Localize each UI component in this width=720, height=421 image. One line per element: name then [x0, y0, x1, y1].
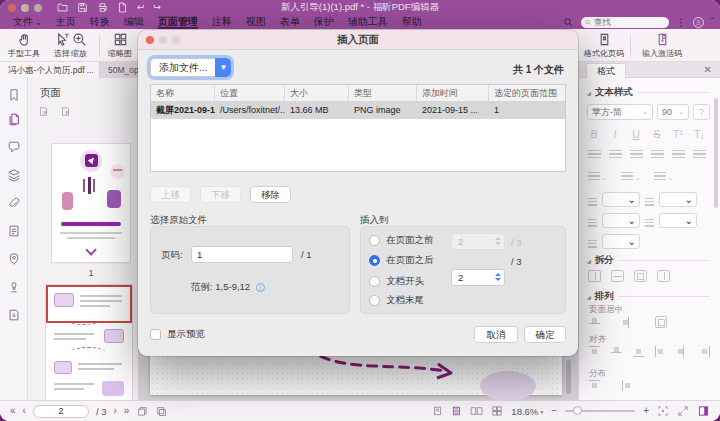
center-horizontally-icon[interactable]: [622, 317, 633, 328]
save-icon[interactable]: [77, 2, 88, 13]
menu-page-management[interactable]: 页面管理: [151, 15, 205, 29]
option-before-page[interactable]: 在页面之前: [369, 234, 434, 247]
fields-icon[interactable]: [7, 224, 21, 238]
next-page-button[interactable]: ›: [113, 406, 116, 416]
split-horizontal-icon[interactable]: [611, 270, 624, 282]
bookmarks-icon[interactable]: [7, 88, 21, 102]
info-icon[interactable]: i: [256, 283, 265, 292]
radio-doc-start[interactable]: [369, 276, 380, 287]
activation-code-button[interactable]: 输入激活码: [634, 32, 690, 59]
zoom-window-button[interactable]: [34, 4, 42, 12]
menu-help[interactable]: 帮助: [395, 15, 429, 29]
menu-accessibility[interactable]: 辅助工具: [341, 15, 395, 29]
menu-convert[interactable]: 转换: [83, 15, 117, 29]
menu-form[interactable]: 表单: [273, 15, 307, 29]
subscript-button[interactable]: T₁: [692, 128, 706, 140]
text-direction-button[interactable]: ⌄: [654, 172, 673, 181]
format-page-number-button[interactable]: 格式化页码: [578, 32, 630, 59]
thumbnails-tool-button[interactable]: 缩略图: [102, 32, 138, 59]
underline-button[interactable]: U: [629, 128, 643, 140]
duplicate-cell-icon[interactable]: [634, 270, 647, 282]
zoom-slider[interactable]: [565, 410, 635, 412]
destinations-icon[interactable]: [7, 252, 21, 266]
page-range-input[interactable]: [191, 246, 293, 263]
close-window-button[interactable]: [8, 4, 16, 12]
page-thumbnail-2[interactable]: [46, 285, 132, 400]
print-icon[interactable]: [97, 2, 108, 13]
redo-icon[interactable]: ↪: [154, 3, 162, 12]
undo-icon[interactable]: ↩: [137, 3, 145, 12]
after-page-spinner[interactable]: 2: [451, 269, 505, 286]
column-location[interactable]: 位置: [215, 85, 285, 101]
page-action-icon-1[interactable]: [38, 106, 50, 118]
font-family-select[interactable]: 苹方-简⌄: [587, 104, 653, 120]
fullscreen-icon[interactable]: [677, 405, 689, 417]
strikethrough-button[interactable]: S: [650, 128, 664, 140]
show-preview-checkbox[interactable]: [150, 329, 161, 340]
word-spacing-field[interactable]: ⌄: [659, 213, 697, 228]
merge-cells-icon[interactable]: [657, 270, 670, 282]
search-input[interactable]: [594, 17, 665, 27]
column-name[interactable]: 名称: [151, 85, 215, 101]
page-thumbnail-1[interactable]: [52, 144, 130, 262]
grid-view-icon[interactable]: [491, 405, 503, 417]
zoom-slider-knob[interactable]: [573, 406, 582, 415]
char-spacing-field[interactable]: ⌄: [602, 213, 640, 228]
align-right-objects-icon[interactable]: [699, 346, 710, 357]
option-doc-end[interactable]: 文档末尾: [369, 294, 424, 307]
menu-edit[interactable]: 编辑: [117, 15, 151, 29]
document-tab-1[interactable]: 冯小惠-个人简历.pdf ...: [0, 62, 100, 78]
hand-tool-button[interactable]: 手型工具: [2, 32, 46, 59]
paragraph-spacing-field[interactable]: ⌄: [659, 192, 697, 207]
facing-view-icon[interactable]: [470, 405, 483, 417]
radio-doc-end[interactable]: [369, 295, 380, 306]
superscript-button[interactable]: T¹: [671, 128, 685, 140]
remove-button[interactable]: 移除: [250, 186, 291, 203]
line-spacing-field[interactable]: ⌄: [602, 192, 640, 207]
collapse-ribbon-icon[interactable]: ˆ: [711, 17, 714, 28]
single-page-view-icon[interactable]: [432, 405, 443, 417]
pages-icon[interactable]: [7, 112, 21, 126]
center-vertically-icon[interactable]: [589, 317, 600, 328]
scale-field[interactable]: ⌄: [602, 234, 640, 249]
attachments-icon[interactable]: [7, 196, 21, 210]
distribute-horizontally-icon[interactable]: [622, 380, 633, 391]
font-color-button[interactable]: ?: [693, 104, 710, 120]
column-added-time[interactable]: 添加时间: [417, 85, 489, 101]
zoom-in-button[interactable]: +: [643, 406, 649, 416]
validation-icon[interactable]: [7, 308, 21, 322]
search-field[interactable]: [581, 17, 669, 28]
split-vertical-icon[interactable]: [588, 270, 601, 282]
align-left-icon[interactable]: [588, 150, 601, 160]
menu-file[interactable]: 文件: [6, 15, 49, 29]
previous-page-button[interactable]: ‹: [23, 406, 26, 416]
account-avatar[interactable]: [693, 17, 704, 28]
radio-after-page[interactable]: [369, 255, 380, 266]
document-scrollbar[interactable]: [566, 360, 571, 394]
page-action-icon-2[interactable]: [60, 106, 72, 118]
menu-view[interactable]: 视图: [239, 15, 273, 29]
cancel-button[interactable]: 取消: [474, 326, 518, 343]
arrange-section-header[interactable]: 排列: [587, 290, 710, 303]
show-preview-option[interactable]: 显示预览: [150, 328, 205, 341]
italic-button[interactable]: I: [608, 128, 622, 140]
more-options-icon[interactable]: ⋮: [676, 17, 686, 28]
zoom-out-button[interactable]: −: [551, 406, 557, 416]
menu-comment[interactable]: 注释: [205, 15, 239, 29]
move-down-button[interactable]: 下移: [200, 186, 241, 203]
align-center-icon[interactable]: [609, 150, 622, 160]
new-document-icon[interactable]: [117, 2, 128, 13]
format-panel-scrollbar[interactable]: [714, 98, 718, 208]
option-doc-start[interactable]: 文档开头: [369, 275, 424, 288]
align-bottom-icon[interactable]: [633, 346, 644, 357]
last-page-button[interactable]: »: [124, 406, 130, 416]
add-file-split-button[interactable]: 添加文件... ▼: [150, 58, 231, 77]
align-center-objects-icon[interactable]: [677, 346, 688, 357]
close-panel-icon[interactable]: ✕: [704, 64, 712, 76]
add-file-button-label[interactable]: 添加文件...: [150, 58, 215, 77]
clipboard-icon[interactable]: [155, 405, 167, 417]
option-after-page[interactable]: 在页面之后: [369, 254, 434, 267]
split-section-header[interactable]: 拆分: [587, 254, 710, 267]
menu-protect[interactable]: 保护: [307, 15, 341, 29]
before-page-spinner[interactable]: 2: [451, 233, 505, 250]
